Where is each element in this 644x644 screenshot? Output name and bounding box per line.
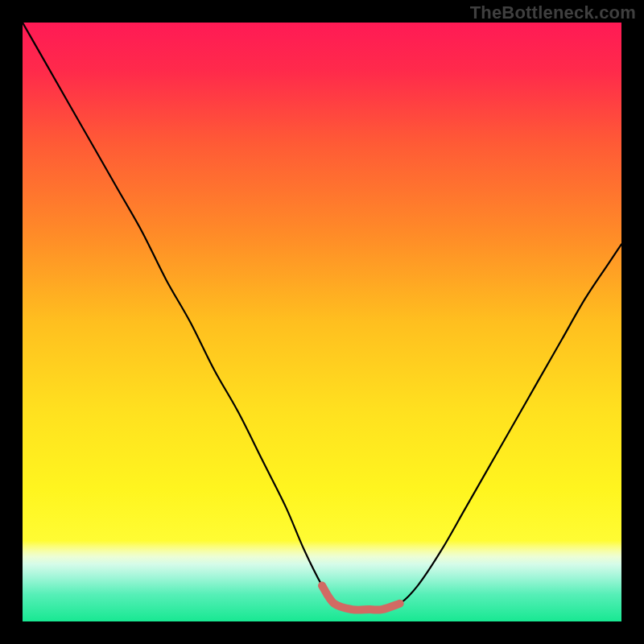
plot-area [23, 23, 621, 621]
watermark-text: TheBottleneck.com [470, 2, 636, 23]
bottleneck-chart-svg [23, 23, 621, 621]
chart-frame: TheBottleneck.com [0, 0, 644, 644]
gradient-background [23, 23, 621, 621]
